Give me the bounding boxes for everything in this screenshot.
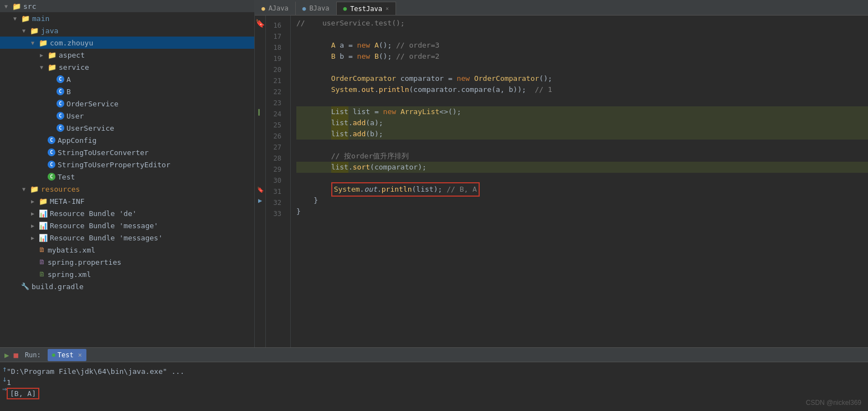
file-icon-spring-properties: 🗎 [39,258,45,266]
bookmark-31: 🔖 [257,187,264,193]
scroll-up-arrow[interactable]: ↑ [2,364,7,373]
arrow-resources [22,186,30,192]
sidebar-item-src[interactable]: 📁 src [0,0,254,12]
line-numbers: 16 17 18 19 20 21 22 23 24 25 26 27 28 2… [266,16,291,347]
code-line-33: } [296,206,868,217]
ln-25: 25 [266,120,286,131]
ln-33: 33 [266,208,286,219]
ln-18: 18 [266,42,286,53]
tab-ajava[interactable]: ● AJava [255,2,296,15]
sidebar-label-Test: Test [58,173,75,181]
class-icon-StringToUserPropertyEditor: C [48,161,55,168]
sidebar-item-A[interactable]: C A [0,73,254,85]
sidebar-item-com-zhouyu[interactable]: 📁 com.zhouyu [0,37,254,49]
arrow-spring-properties [31,259,39,265]
tab-label-bjava: BJava [309,4,329,12]
file-icon-build-gradle: 🔧 [21,282,29,290]
code-line-22: System . out . println (comparator.compa… [296,84,868,95]
sidebar-item-META-INF[interactable]: 📁 META-INF [0,195,254,207]
sidebar-label-aspect: aspect [59,51,85,59]
gutter-28 [255,151,265,162]
code-text-16: // userService.test(); [296,18,405,29]
sidebar-item-StringToUserPropertyEditor[interactable]: C StringToUserPropertyEditor [0,158,254,171]
sidebar-label-A: A [66,75,71,84]
bottom-tabs-bar: ▶ ■ Run: ● Test × [0,348,868,362]
arrow-StringToUserConverter [40,150,48,156]
sidebar-item-bundle-messages[interactable]: 📊 Resource Bundle 'messages' [0,232,254,244]
tab-testjava[interactable]: ● TestJava × [337,2,396,15]
gutter-18 [255,40,265,51]
code-line-24: List list = new ArrayList <>(); [296,106,868,117]
gutter-33 [255,206,265,217]
watermark: CSDN @nickel369 [806,399,861,407]
code-line-21: OrderComparator comparator = new OrderCo… [296,73,868,84]
code-line-29: list . sort (comparator); [296,162,868,173]
ln-19: 19 [266,53,286,64]
sidebar-label-B: B [66,88,71,96]
sidebar-item-B[interactable]: C B [0,85,254,97]
ln-32: 32 [266,197,286,208]
sidebar-label-mybatis-xml: mybatis.xml [48,246,95,254]
run-tab-test[interactable]: ● Test × [48,349,86,361]
sidebar-item-StringToUserConverter[interactable]: C StringToUserConverter [0,146,254,158]
tab-icon-ajava: ● [261,5,265,12]
arrow-OrderService [49,101,57,107]
sidebar-item-Test[interactable]: C Test [0,171,254,183]
editor-area: ● AJava ● BJava ● TestJava × 🔖 [255,0,868,347]
sidebar-item-resources[interactable]: 📁 resources [0,183,254,195]
folder-icon-java: 📁 [30,27,39,34]
sidebar-item-service[interactable]: 📁 service [0,61,254,73]
class-icon-Test: C [48,173,55,181]
class-icon-B: C [57,88,64,95]
sidebar-item-spring-properties[interactable]: 🗎 spring.properties [0,256,254,268]
folder-icon-META-INF: 📁 [39,197,48,205]
sidebar-label-OrderService: OrderService [66,100,119,108]
sidebar-item-User[interactable]: C User [0,110,254,122]
sidebar-item-UserService[interactable]: C UserService [0,122,254,134]
arrow-UserService [49,125,57,131]
sidebar-item-aspect[interactable]: 📁 aspect [0,49,254,61]
run-tab-close[interactable]: × [78,351,82,359]
ln-20: 20 [266,64,286,75]
gutter-32: ▶ [255,195,265,206]
tab-bjava[interactable]: ● BJava [296,2,337,15]
arrow-A [49,76,57,83]
sidebar-item-spring-xml[interactable]: 🗎 spring.xml [0,268,254,280]
sidebar-item-bundle-de[interactable]: 📊 Resource Bundle 'de' [0,207,254,219]
code-line-31: System . out . println (list); // B, A [296,184,868,195]
sidebar-item-build-gradle[interactable]: 🔧 build.gradle [0,280,254,292]
gutter-24: ▍ [255,106,265,117]
sidebar-item-OrderService[interactable]: C OrderService [0,97,254,110]
gutter-31: 🔖 [255,184,265,195]
gutter-29 [255,162,265,173]
sidebar-item-java[interactable]: 📁 java [0,24,254,37]
sidebar-label-bundle-messages: Resource Bundle 'messages' [50,234,163,242]
class-icon-OrderService: C [57,100,64,107]
sidebar-item-mybatis-xml[interactable]: 🗎 mybatis.xml [0,244,254,256]
sidebar-item-AppConfig[interactable]: C AppConfig [0,134,254,146]
ln-17: 17 [266,31,286,42]
code-content[interactable]: // userService.test(); A a = new A (); /… [291,16,868,347]
arrow-build-gradle [13,284,21,290]
code-panel: 🔖 ▍ 🔖 [255,16,868,347]
code-line-20 [296,62,868,73]
run-button[interactable]: ▶ [4,351,9,359]
highlight-marker-24: ▍ [258,109,261,115]
ln-27: 27 [266,142,286,153]
code-line-18: A a = new A (); // order=3 [296,40,868,51]
console-line-output2: [B, A] [7,388,861,399]
ln-29: 29 [266,164,286,175]
project-sidebar[interactable]: 📁 src 📁 main 📁 java 📁 com.zhouyu 📁 aspec… [0,0,255,347]
code-line-27 [296,140,868,151]
arrow-bundle-de [31,210,39,217]
stop-button[interactable]: ■ [13,351,18,359]
gutter-17 [255,29,265,40]
sidebar-item-bundle-message[interactable]: 📊 Resource Bundle 'message' [0,219,254,232]
ln-28: 28 [266,153,286,164]
sidebar-item-main[interactable]: 📁 main [0,12,254,24]
ln-16: 16 [266,20,286,31]
bookmark-16: 🔖 [255,19,265,28]
scroll-down-arrow[interactable]: ↓ [2,374,7,383]
tab-close-testjava[interactable]: × [386,6,389,12]
scroll-extra-arrow[interactable]: ⇒ [2,384,7,393]
